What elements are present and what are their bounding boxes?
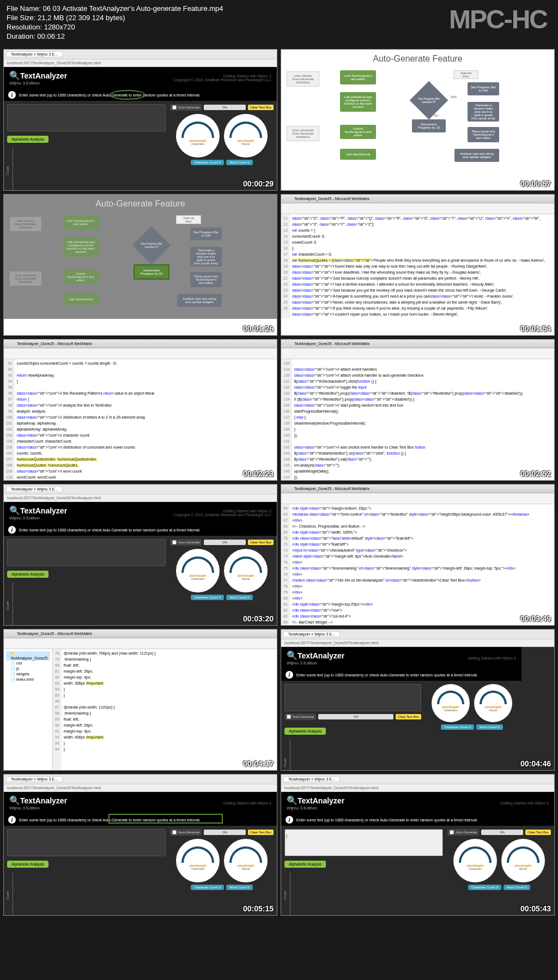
thumbnail-7[interactable]: TextAnalyzer × Wijmo 3 E... localhost:20… [3,484,277,626]
tree-item[interactable]: 📄 index.html [6,677,50,682]
bar-chart: Count Alphabet Letter [13,147,160,191]
text-editor-input[interactable] [7,539,166,566]
thumbnail-3[interactable]: Auto-Generate Feature User checks Auto-G… [3,194,277,336]
thumbnail-6[interactable]: TextAnalyzer_Done25 - Microsoft WebMatri… [281,339,555,481]
timestamp: 00:00:29 [243,179,274,188]
code-content[interactable]: countsObject.consonantCount = counts ? c… [15,359,156,481]
char-count-badge: Character Count 0 [191,160,224,165]
editor-titlebar: TextAnalyzer_Done25 - Microsoft WebMatri… [281,340,554,348]
fc-diamond: Has Progress Bar reached 0? [410,81,448,120]
flowchart: Auto-Generate Feature User checks Auto-G… [281,50,554,174]
fc-place-quote: Place quote into TextAnalyzer's text edi… [468,127,499,142]
editor-ribbon [4,348,277,359]
browser-tab[interactable]: TextAnalyzer × Wijmo 3 E... [6,51,63,57]
characters-gauge: pluralsightCharacters [176,114,220,158]
timestamp: 00:03:49 [520,614,551,623]
code-area[interactable]: 11121314151617181920212223242526 class="… [281,214,554,318]
word-count-badge: Word Count 0 [226,160,253,165]
app-logo-sub: Wijmo 3 Edition [9,81,67,86]
fc-user-unchecks: User unchecks Auto-Generate checkbox [287,126,319,141]
thumbnail-1[interactable]: TextAnalyzer × Wijmo 3 E... localhost:20… [3,49,277,191]
timestamp: 00:04:46 [520,759,551,768]
fc-clearinterval: Call clearInterval [340,149,376,160]
fc-lock: Lock TextAnalyzer's text editor [340,70,376,84]
fc-set-progress: Set Progress Bar to 100 [468,82,499,95]
info-icon: i [8,526,16,534]
text-editor-input[interactable] [7,104,166,131]
fc-interval-fires: Interval fires [453,70,478,79]
tree-item[interactable]: 📄 widgets [6,672,50,677]
timestamp: 00:00:57 [520,179,551,188]
timestamp: 00:03:20 [243,614,274,623]
fc-generate: Generate a random index and use it to gr… [468,102,499,122]
thumbnail-4[interactable]: TextAnalyzer_Done25 - Microsoft WebMatri… [281,194,555,336]
highlight-rect [108,814,223,824]
words-gauge: pluralsightWords [224,114,268,158]
code-content[interactable]: class="str">"O", class="str">"P", class=… [290,214,554,318]
clear-text-button[interactable]: Clear Text Box [248,105,274,110]
editor-ribbon [281,203,554,214]
thumbnail-11[interactable]: TextAnalyzer × Wijmo 3 E... localhost:20… [3,774,277,916]
flowchart-dimmed: Auto-Generate Feature User checks Auto-G… [4,195,277,319]
timestamp: 00:05:15 [243,904,274,913]
thumbnail-12[interactable]: TextAnalyzer × Wijmo 3 E... localhost:20… [281,774,555,916]
code-area[interactable]: 9192939495969798991001011021031041051061… [4,359,277,481]
thumbnail-grid: TextAnalyzer × Wijmo 3 E... localhost:20… [0,46,558,919]
line-numbers: 1281291301311321331341351361371381391401… [281,359,292,481]
timestamp: 00:01:26 [243,324,274,333]
highlight-oval [110,90,145,100]
browser-chrome: TextAnalyzer × Wijmo 3 E... [4,50,277,59]
watermark-logo: MPC-HC [449,4,547,34]
fc-decrement: Decrement Progress by 10 [412,119,446,132]
flowchart-title: Auto-Generate Feature [286,54,550,64]
line-numbers: 11121314151617181920212223242526 [281,214,290,318]
editor-titlebar: TextAnalyzer_Done25 - Microsoft WebMatri… [4,340,277,348]
timestamp: 00:04:17 [243,759,274,768]
code-area[interactable]: 1281291301311321331341351361371381391401… [281,359,554,481]
textanalyzer-app: 🔍TextAnalyzerWijmo 3 Edition Getting Sta… [4,67,277,191]
tree-item[interactable]: 📄 css [6,661,50,666]
thumbnail-8[interactable]: TextAnalyzer_Done25 - Microsoft WebMatri… [281,484,555,626]
thumbnail-2[interactable]: Auto-Generate Feature User checks Auto-G… [281,49,555,191]
text-editor-input[interactable]: | [284,829,443,856]
progress-bar: 0% [204,105,246,110]
timestamp: 00:02:23 [243,469,274,478]
line-numbers: 9192939495969798991001011021031041051061… [4,359,15,481]
thumbnail-5[interactable]: TextAnalyzer_Done25 - Microsoft WebMatri… [3,339,277,481]
fc-user-checks: User checks Auto-Generate checkbox [287,71,319,87]
timestamp: 00:02:52 [520,469,551,478]
fc-decrement-highlighted: Decrement Progress by 10 [134,264,169,280]
tree-item[interactable]: 📄 js [6,666,50,672]
app-logo: TextAnalyzer [20,71,67,80]
analyze-button[interactable]: Alphabetic Analysis [7,136,48,143]
fc-unlock: Unlock TextAnalyzer's text editor [340,125,376,139]
timestamp: 00:01:54 [520,324,551,333]
auto-generate-checkbox[interactable] [172,105,177,110]
editor-ribbon [281,348,554,359]
thumbnail-10[interactable]: TextAnalyzer × Wijmo 3 E... localhost:20… [281,629,555,771]
info-icon: i [8,91,16,99]
timestamp: 00:05:43 [520,904,551,913]
bar-chart: CountAlphabet Letter [13,582,160,626]
browser-chrome: TextAnalyzer × Wijmo 3 E... [4,485,277,494]
auto-generate-toggle[interactable]: Auto-Generate [170,104,202,111]
analyze-button[interactable]: Alphabetic Analysis [7,571,48,578]
file-tree[interactable]: 📁 TextAnalyzer_Done25 📄 css 📄 js 📄 widge… [4,649,53,771]
tree-item[interactable]: 📁 TextAnalyzer_Done25 [6,651,50,661]
magnify-icon: 🔍 [9,71,20,80]
fc-setinterval: Call setInterval and configure custom fu… [340,92,376,112]
thumbnail-9[interactable]: TextAnalyzer_Done25 - Microsoft WebMatri… [3,629,277,771]
editor-titlebar: TextAnalyzer_Done25 - Microsoft WebMatri… [281,195,554,203]
address-bar[interactable]: localhost:2077/TextAnalyzer_Done25/TextA… [4,59,277,67]
fc-analyze-text: Analyze new text string and update widge… [454,149,499,162]
code-content[interactable]: class=class="str">"com">// attach event … [292,359,525,481]
